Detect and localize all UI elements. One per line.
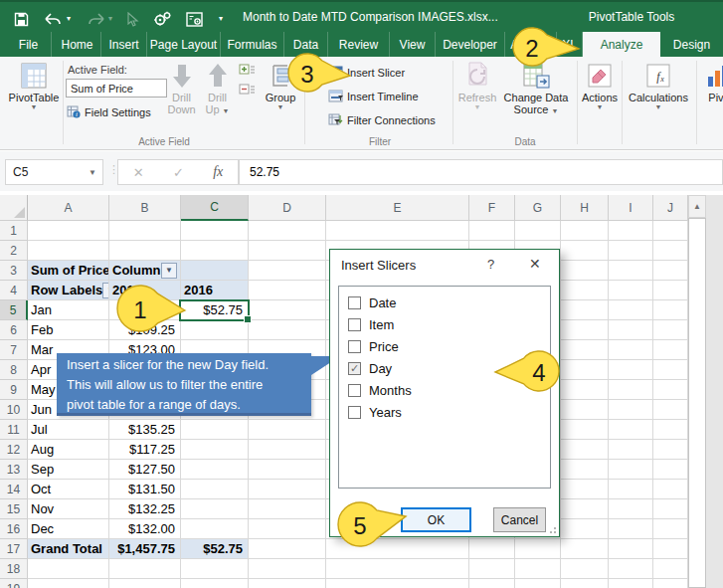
cell-H1[interactable]: [561, 221, 609, 241]
row-header-7[interactable]: 7: [0, 340, 28, 360]
tab-page-layout[interactable]: Page Layout: [147, 32, 221, 57]
cell-A14[interactable]: Oct: [28, 480, 109, 499]
cell-I3[interactable]: [609, 261, 653, 281]
column-header-B[interactable]: B: [109, 195, 181, 221]
row-header-16[interactable]: 16: [0, 519, 28, 539]
cell-I4[interactable]: [609, 281, 653, 300]
checked-checkbox-icon[interactable]: ✓: [348, 362, 361, 375]
slicer-field-months[interactable]: Months: [348, 383, 412, 398]
close-icon[interactable]: ✕: [529, 256, 541, 272]
cell-A12[interactable]: Aug: [28, 440, 109, 460]
column-header-I[interactable]: I: [609, 195, 653, 221]
cell-D16[interactable]: [249, 519, 326, 539]
cell-C14[interactable]: [181, 480, 249, 499]
slicer-field-date[interactable]: Date: [348, 295, 396, 310]
cell-F18[interactable]: [469, 559, 515, 579]
cell-G17[interactable]: [515, 539, 561, 559]
cell-A16[interactable]: Dec: [28, 519, 109, 539]
active-field-input[interactable]: Sum of Price: [66, 79, 167, 98]
cell-B19[interactable]: [109, 579, 181, 588]
cell-B14[interactable]: $131.50: [109, 480, 181, 499]
cell-I2[interactable]: [609, 241, 653, 261]
tab-formulas[interactable]: Formulas: [221, 32, 284, 57]
row-header-8[interactable]: 8: [0, 360, 28, 380]
cell-H15[interactable]: [561, 499, 609, 519]
cell-D19[interactable]: [249, 579, 326, 588]
cell-B13[interactable]: $127.50: [109, 460, 181, 480]
cell-I5[interactable]: [609, 300, 653, 320]
cell-J18[interactable]: [653, 559, 688, 579]
cell-D11[interactable]: [249, 420, 326, 440]
expand-field-icon[interactable]: [239, 64, 256, 77]
row-header-2[interactable]: 2: [0, 241, 28, 261]
cell-C17[interactable]: $52.75: [181, 539, 249, 559]
cell-I16[interactable]: [609, 519, 653, 539]
pivottable-button[interactable]: PivotTable ▼: [6, 60, 62, 111]
save-icon[interactable]: [14, 12, 29, 27]
cell-A1[interactable]: [28, 221, 109, 241]
tab-view[interactable]: View: [390, 32, 436, 57]
window-settings-icon[interactable]: [186, 12, 203, 27]
row-header-5[interactable]: 5: [0, 300, 28, 320]
scrollbar-up-icon[interactable]: ▲: [688, 195, 706, 218]
cell-C16[interactable]: [181, 519, 249, 539]
cell-D1[interactable]: [249, 221, 326, 241]
column-header-F[interactable]: F: [469, 195, 515, 221]
cell-J11[interactable]: [653, 420, 688, 440]
unchecked-checkbox-icon[interactable]: [348, 406, 361, 419]
field-settings-button[interactable]: i Field Settings: [67, 105, 151, 118]
cell-G18[interactable]: [515, 559, 561, 579]
cell-F19[interactable]: [469, 579, 515, 588]
cell-I18[interactable]: [609, 559, 653, 579]
cell-C11[interactable]: [181, 420, 249, 440]
slicer-field-item[interactable]: Item: [348, 317, 394, 332]
cell-B16[interactable]: $132.00: [109, 519, 181, 539]
undo-icon[interactable]: ▾: [43, 12, 71, 26]
scrollbar-thumb[interactable]: [688, 218, 706, 588]
cell-F1[interactable]: [469, 221, 515, 241]
cell-H12[interactable]: [561, 440, 609, 460]
cell-A11[interactable]: Jul: [28, 420, 109, 440]
tab-file[interactable]: File: [6, 32, 52, 57]
row-header-13[interactable]: 13: [0, 460, 28, 480]
cell-A15[interactable]: Nov: [28, 499, 109, 519]
column-header-E[interactable]: E: [326, 195, 469, 221]
cell-I17[interactable]: [609, 539, 653, 559]
unchecked-checkbox-icon[interactable]: [348, 384, 361, 397]
cell-H10[interactable]: [561, 400, 609, 420]
pivot-filter-dropdown-icon[interactable]: ▼: [102, 283, 109, 298]
tab-developer[interactable]: Developer: [436, 32, 505, 57]
cell-E18[interactable]: [326, 559, 469, 579]
cell-H18[interactable]: [561, 559, 609, 579]
cell-J12[interactable]: [653, 440, 688, 460]
cell-I10[interactable]: [609, 400, 653, 420]
cell-J7[interactable]: [653, 340, 688, 360]
cell-B12[interactable]: $117.25: [109, 440, 181, 460]
cell-J1[interactable]: [653, 221, 688, 241]
cell-I15[interactable]: [609, 499, 653, 519]
row-header-15[interactable]: 15: [0, 499, 28, 519]
cell-H19[interactable]: [561, 579, 609, 588]
cell-C1[interactable]: [181, 221, 249, 241]
cell-D13[interactable]: [249, 460, 326, 480]
cell-H8[interactable]: [561, 360, 609, 380]
cell-C4[interactable]: 2016: [181, 281, 249, 300]
cell-J5[interactable]: [653, 300, 688, 320]
row-header-1[interactable]: 1: [0, 221, 28, 241]
column-header-H[interactable]: H: [561, 195, 609, 221]
help-icon[interactable]: ?: [487, 257, 494, 272]
cell-D15[interactable]: [249, 499, 326, 519]
column-header-C[interactable]: C: [181, 195, 249, 221]
cell-D14[interactable]: [249, 480, 326, 499]
column-header-D[interactable]: D: [249, 195, 326, 221]
row-header-4[interactable]: 4: [0, 281, 28, 300]
cell-H5[interactable]: [561, 300, 609, 320]
cell-I19[interactable]: [609, 579, 653, 588]
cell-A13[interactable]: Sep: [28, 460, 109, 480]
unchecked-checkbox-icon[interactable]: [348, 296, 361, 309]
cell-I7[interactable]: [609, 340, 653, 360]
cell-H3[interactable]: [561, 261, 609, 281]
cell-D17[interactable]: [249, 539, 326, 559]
cell-A6[interactable]: Feb: [28, 320, 109, 340]
collapse-field-icon[interactable]: [239, 84, 256, 97]
